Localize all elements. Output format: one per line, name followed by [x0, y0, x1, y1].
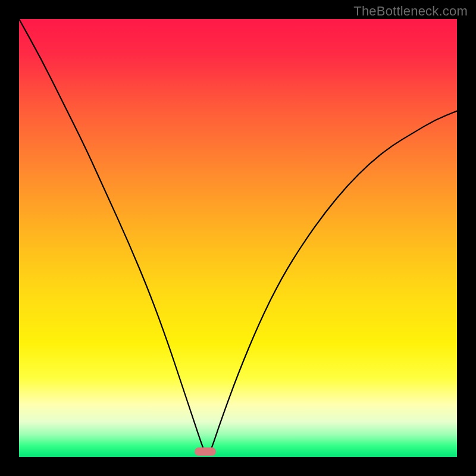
optimum-marker	[195, 447, 216, 456]
chart-frame: TheBottleneck.com	[0, 0, 476, 476]
plot-area	[19, 19, 457, 457]
watermark-label: TheBottleneck.com	[353, 4, 468, 19]
bottleneck-curve	[19, 19, 457, 457]
